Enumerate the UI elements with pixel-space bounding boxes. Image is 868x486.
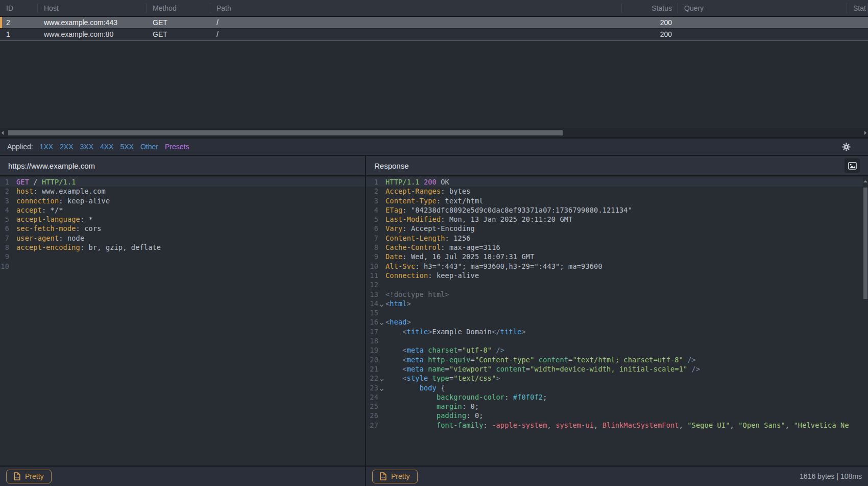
fold-gutter bbox=[378, 243, 385, 252]
horizontal-scrollbar[interactable] bbox=[0, 128, 868, 138]
line-number: 27 bbox=[366, 421, 378, 430]
code-text: HTTP/1.1 200 OK bbox=[385, 177, 449, 187]
filter-other[interactable]: Other bbox=[140, 143, 158, 151]
request-pretty-button[interactable]: Pretty bbox=[6, 470, 52, 483]
code-line: 10 bbox=[0, 262, 365, 271]
filter-2xx[interactable]: 2XX bbox=[60, 143, 73, 151]
scroll-right-arrow-icon[interactable] bbox=[864, 131, 866, 135]
fold-gutter bbox=[9, 262, 16, 271]
table-header: IDHostMethodPathStatusQueryStat bbox=[0, 0, 868, 17]
line-number: 18 bbox=[366, 336, 378, 345]
fold-chevron-down-icon[interactable] bbox=[378, 317, 385, 327]
response-panel-header: Response bbox=[366, 156, 868, 176]
scroll-left-arrow-icon[interactable] bbox=[2, 131, 4, 135]
code-line: 5accept-language: * bbox=[0, 215, 365, 224]
filter-5xx[interactable]: 5XX bbox=[120, 143, 133, 151]
code-line: 3Content-Type: text/html bbox=[366, 196, 868, 205]
fold-gutter bbox=[378, 308, 385, 317]
filter-4xx[interactable]: 4XX bbox=[100, 143, 113, 151]
filter-3xx[interactable]: 3XX bbox=[80, 143, 93, 151]
filter-bar: Applied: 1XX2XX3XX4XX5XXOther Presets bbox=[0, 138, 868, 156]
code-line: 9 bbox=[0, 252, 365, 261]
line-number: 21 bbox=[366, 364, 378, 374]
code-line: 4accept: */* bbox=[0, 205, 365, 215]
response-bottom-bar: Pretty 1616 bytes | 108ms bbox=[366, 466, 868, 486]
code-text: padding: 0; bbox=[385, 411, 484, 420]
fold-gutter bbox=[378, 345, 385, 355]
code-line: 15 bbox=[366, 308, 868, 317]
presets-link[interactable]: Presets bbox=[165, 143, 189, 151]
column-header-stat[interactable]: Stat bbox=[847, 0, 868, 16]
response-lines: 1HTTP/1.1 200 OK2Accept-Ranges: bytes3Co… bbox=[366, 177, 868, 430]
line-number: 9 bbox=[0, 252, 9, 261]
column-header-query[interactable]: Query bbox=[678, 0, 847, 16]
code-line: 17 <title>Example Domain</title> bbox=[366, 327, 868, 336]
column-header-status[interactable]: Status bbox=[622, 0, 678, 16]
column-header-path[interactable]: Path bbox=[210, 0, 622, 16]
horizontal-scrollbar-thumb[interactable] bbox=[8, 130, 563, 135]
code-text: Last-Modified: Mon, 13 Jan 2025 20:11:20… bbox=[385, 215, 572, 224]
line-number: 17 bbox=[366, 327, 378, 336]
vertical-scrollbar-thumb[interactable] bbox=[863, 188, 867, 299]
request-code-editor[interactable]: 1GET / HTTP/1.12host: www.example.com3co… bbox=[0, 176, 365, 466]
column-header-method[interactable]: Method bbox=[147, 0, 210, 16]
code-text: Content-Type: text/html bbox=[385, 196, 484, 205]
line-number: 5 bbox=[0, 215, 9, 224]
request-panel-header: https://www.example.com bbox=[0, 156, 365, 176]
code-line: 6Vary: Accept-Encoding bbox=[366, 224, 868, 233]
cell-host: www.example.com:80 bbox=[38, 30, 147, 38]
fold-chevron-down-icon[interactable] bbox=[378, 383, 385, 392]
code-line: 2host: www.example.com bbox=[0, 187, 365, 196]
response-pretty-button[interactable]: Pretty bbox=[372, 470, 418, 483]
scroll-up-arrow-icon[interactable] bbox=[863, 180, 867, 182]
code-text: Vary: Accept-Encoding bbox=[385, 224, 475, 233]
column-header-id[interactable]: ID bbox=[0, 0, 38, 16]
line-number: 1 bbox=[0, 177, 9, 187]
table-row[interactable]: 2www.example.com:443GET/200 bbox=[0, 17, 868, 29]
vertical-scrollbar[interactable] bbox=[863, 176, 868, 466]
line-number: 11 bbox=[366, 271, 378, 280]
fold-gutter bbox=[378, 411, 385, 420]
response-code-editor[interactable]: 1HTTP/1.1 200 OK2Accept-Ranges: bytes3Co… bbox=[366, 176, 868, 466]
fold-gutter bbox=[9, 252, 16, 261]
fold-gutter bbox=[9, 196, 16, 205]
line-number: 12 bbox=[366, 280, 378, 289]
code-line: 14<html> bbox=[366, 299, 868, 308]
fold-gutter bbox=[378, 364, 385, 374]
line-number: 19 bbox=[366, 345, 378, 355]
fold-gutter bbox=[378, 421, 385, 430]
response-preview-button[interactable] bbox=[845, 158, 860, 173]
gear-icon[interactable] bbox=[842, 143, 851, 151]
code-text: Accept-Ranges: bytes bbox=[385, 187, 471, 196]
line-number: 3 bbox=[0, 196, 9, 205]
code-line: 26 padding: 0; bbox=[366, 411, 868, 420]
code-line: 22 <style type="text/css"> bbox=[366, 374, 868, 383]
column-header-host[interactable]: Host bbox=[38, 0, 147, 16]
fold-gutter bbox=[378, 262, 385, 271]
fold-chevron-down-icon[interactable] bbox=[378, 299, 385, 308]
code-text: GET / HTTP/1.1 bbox=[16, 177, 76, 187]
cell-path: / bbox=[210, 30, 622, 38]
filter-1xx[interactable]: 1XX bbox=[40, 143, 53, 151]
cell-path: / bbox=[210, 18, 622, 27]
code-line: 8Cache-Control: max-age=3116 bbox=[366, 243, 868, 252]
code-text: Connection: keep-alive bbox=[385, 271, 479, 280]
request-lines: 1GET / HTTP/1.12host: www.example.com3co… bbox=[0, 177, 365, 271]
line-number: 15 bbox=[366, 308, 378, 317]
line-number: 4 bbox=[0, 205, 9, 215]
line-number: 8 bbox=[0, 243, 9, 252]
table-row[interactable]: 1www.example.com:80GET/200 bbox=[0, 29, 868, 40]
code-line: 3connection: keep-alive bbox=[0, 196, 365, 205]
fold-gutter bbox=[378, 252, 385, 261]
line-number: 24 bbox=[366, 392, 378, 402]
code-line: 5Last-Modified: Mon, 13 Jan 2025 20:11:2… bbox=[366, 215, 868, 224]
fold-chevron-down-icon[interactable] bbox=[378, 374, 385, 383]
code-line: 1GET / HTTP/1.1 bbox=[0, 177, 365, 187]
cell-method: GET bbox=[147, 30, 210, 38]
cell-id: 2 bbox=[0, 18, 38, 27]
fold-gutter bbox=[378, 205, 385, 215]
fold-gutter bbox=[9, 187, 16, 196]
code-line: 23 body { bbox=[366, 383, 868, 392]
table-body: 2www.example.com:443GET/2001www.example.… bbox=[0, 17, 868, 41]
code-text: <html> bbox=[385, 299, 411, 308]
